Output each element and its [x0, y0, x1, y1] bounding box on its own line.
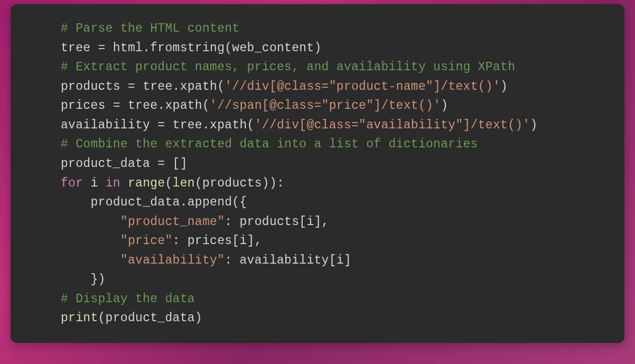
code-line: # Extract product names, prices, and ava…: [61, 58, 603, 77]
token-identifier: product_data.append({: [90, 195, 247, 209]
code-line: availability = tree.xpath('//div[@class=…: [61, 116, 603, 135]
token-keyword-flow: in: [106, 176, 120, 190]
token-identifier: tree.xpath(: [143, 80, 225, 94]
token-string: '//span[@class="price"]/text()': [210, 99, 441, 113]
token-identifier: i: [83, 176, 105, 190]
token-identifier: }): [90, 273, 105, 286]
token-comment: # Extract product names, prices, and ava…: [61, 60, 515, 74]
token-identifier: (products)):: [195, 176, 284, 190]
code-line: product_data.append({: [61, 193, 603, 212]
token-identifier: : prices[i],: [173, 234, 262, 248]
code-line: # Display the data: [61, 290, 603, 309]
token-operator: =: [113, 99, 128, 113]
token-identifier: (: [165, 176, 172, 190]
token-operator: =: [157, 157, 172, 171]
token-comment: # Combine the extracted data into a list…: [61, 137, 478, 151]
token-identifier: tree.xpath(: [128, 99, 210, 113]
code-line: product_data = []: [61, 154, 603, 174]
token-comment: # Parse the HTML content: [61, 22, 239, 35]
code-block: # Parse the HTML contenttree = html.from…: [11, 4, 624, 343]
token-identifier: ): [441, 99, 448, 113]
token-comment: # Display the data: [61, 292, 195, 306]
token-identifier: availability: [61, 118, 157, 132]
token-identifier: []: [173, 157, 188, 171]
token-operator: =: [128, 80, 143, 94]
token-string: '//div[@class="availability"]/text()': [255, 118, 530, 132]
token-identifier: prices: [61, 99, 113, 113]
token-string: '//div[@class="product-name"]/text()': [225, 80, 500, 94]
token-keyword-flow: for: [61, 176, 83, 190]
token-identifier: ): [500, 80, 508, 94]
token-identifier: ): [530, 118, 537, 132]
token-function: range: [128, 176, 165, 190]
token-identifier: (product_data): [98, 311, 202, 325]
code-line: for i in range(len(products)):: [61, 174, 603, 193]
token-identifier: html.fromstring(web_content): [113, 41, 322, 55]
code-line: "price": prices[i],: [61, 231, 603, 251]
token-operator: =: [98, 41, 113, 55]
token-function: len: [173, 176, 195, 190]
token-identifier: [120, 176, 128, 190]
token-string: "availability": [120, 254, 225, 267]
token-string: "product_name": [120, 215, 225, 229]
code-line: "availability": availability[i]: [61, 251, 603, 270]
token-function: print: [61, 311, 98, 325]
token-identifier: product_data: [61, 157, 157, 171]
token-identifier: : products[i],: [225, 215, 329, 229]
token-identifier: tree.xpath(: [173, 118, 255, 132]
code-line: "product_name": products[i],: [61, 212, 603, 232]
code-line: # Parse the HTML content: [61, 19, 603, 39]
code-line: # Combine the extracted data into a list…: [61, 135, 603, 154]
code-line: }): [61, 270, 603, 290]
token-identifier: : availability[i]: [225, 254, 351, 267]
code-line: prices = tree.xpath('//span[@class="pric…: [61, 96, 603, 116]
token-identifier: products: [61, 80, 128, 94]
code-line: print(product_data): [61, 309, 603, 328]
code-line: tree = html.fromstring(web_content): [61, 39, 603, 58]
token-operator: =: [157, 118, 172, 132]
code-line: products = tree.xpath('//div[@class="pro…: [61, 77, 603, 97]
token-string: "price": [120, 234, 173, 248]
code-container: # Parse the HTML contenttree = html.from…: [61, 19, 603, 328]
token-identifier: tree: [61, 41, 98, 55]
